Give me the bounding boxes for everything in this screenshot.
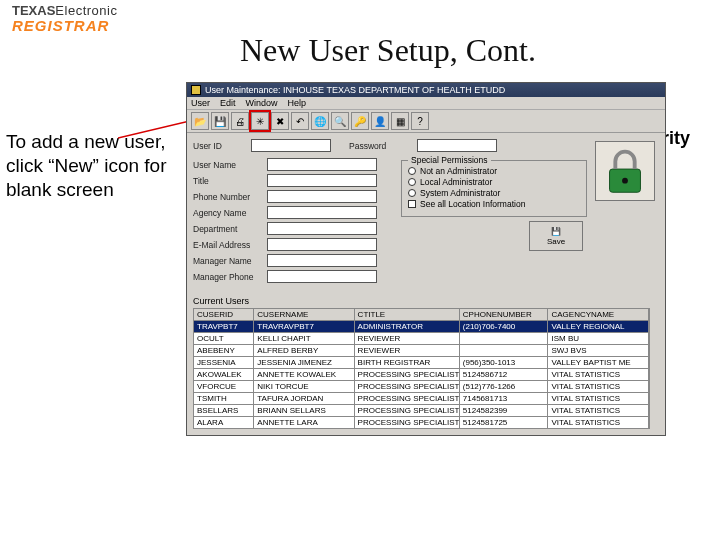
- table-row[interactable]: ABEBENYALFRED BERBYREVIEWERSWJ BVS: [194, 345, 649, 357]
- radio-not-admin[interactable]: [408, 167, 416, 175]
- table-row[interactable]: VFORCUENIKI TORCUEPROCESSING SPECIALIST(…: [194, 381, 649, 393]
- print-icon[interactable]: 🖨: [231, 112, 249, 130]
- table-cell: TRAVRAVPBT7: [254, 321, 354, 333]
- table-cell: [459, 333, 548, 345]
- label-userid: User ID: [193, 141, 233, 151]
- user-icon[interactable]: 👤: [371, 112, 389, 130]
- label-title: Title: [193, 176, 263, 186]
- table-cell: ANNETTE KOWALEK: [254, 369, 354, 381]
- table-cell: 5124581725: [459, 417, 548, 429]
- table-cell: REVIEWER: [354, 345, 459, 357]
- table-cell: VITAL STATISTICS: [548, 417, 649, 429]
- scrollbar[interactable]: [649, 308, 659, 429]
- input-mgrphone[interactable]: [267, 270, 377, 283]
- table-cell: REVIEWER: [354, 333, 459, 345]
- input-userid[interactable]: [251, 139, 331, 152]
- search-icon[interactable]: 🔍: [331, 112, 349, 130]
- table-cell: TAFURA JORDAN: [254, 393, 354, 405]
- table-row[interactable]: JESSENIAJESSENIA JIMENEZBIRTH REGISTRAR(…: [194, 357, 649, 369]
- input-email[interactable]: [267, 238, 377, 251]
- user-maintenance-window: User Maintenance: INHOUSE TEXAS DEPARTME…: [186, 82, 666, 436]
- grid-heading: Current Users: [193, 296, 659, 306]
- label-dept: Department: [193, 224, 263, 234]
- table-cell: 5124586712: [459, 369, 548, 381]
- permissions-group: Special Permissions Not an Administrator…: [401, 160, 587, 217]
- label-email: E-Mail Address: [193, 240, 263, 250]
- table-cell: VITAL STATISTICS: [548, 393, 649, 405]
- col-header[interactable]: CPHONENUMBER: [459, 309, 548, 321]
- table-cell: ALARA: [194, 417, 254, 429]
- logo-registrar: REGISTRAR: [12, 17, 109, 34]
- table-cell: NIKI TORCUE: [254, 381, 354, 393]
- table-row[interactable]: ALARAANNETTE LARAPROCESSING SPECIALIST51…: [194, 417, 649, 429]
- table-cell: [459, 345, 548, 357]
- table-row[interactable]: BSELLARSBRIANN SELLARSPROCESSING SPECIAL…: [194, 405, 649, 417]
- table-cell: VFORCUE: [194, 381, 254, 393]
- table-cell: 7145681713: [459, 393, 548, 405]
- table-row[interactable]: TSMITHTAFURA JORDANPROCESSING SPECIALIST…: [194, 393, 649, 405]
- delete-icon[interactable]: ✖: [271, 112, 289, 130]
- radio-system-admin[interactable]: [408, 189, 416, 197]
- input-password[interactable]: [417, 139, 497, 152]
- table-row[interactable]: OCULTKELLI CHAPITREVIEWERISM BU: [194, 333, 649, 345]
- col-header[interactable]: CTITLE: [354, 309, 459, 321]
- input-username[interactable]: [267, 158, 377, 171]
- input-dept[interactable]: [267, 222, 377, 235]
- table-cell: 5124582399: [459, 405, 548, 417]
- table-row[interactable]: AKOWALEKANNETTE KOWALEKPROCESSING SPECIA…: [194, 369, 649, 381]
- radio-local-admin[interactable]: [408, 178, 416, 186]
- table-cell: TSMITH: [194, 393, 254, 405]
- label-radio-1: Local Administrator: [420, 177, 492, 187]
- logo-texas: TEXAS: [12, 3, 55, 18]
- label-manager: Manager Name: [193, 256, 263, 266]
- label-agency: Agency Name: [193, 208, 263, 218]
- col-header[interactable]: CUSERNAME: [254, 309, 354, 321]
- form-area: User ID Password User Name Title Phone N…: [187, 133, 665, 292]
- save-icon[interactable]: 💾: [211, 112, 229, 130]
- globe-icon[interactable]: 🌐: [311, 112, 329, 130]
- table-cell: OCULT: [194, 333, 254, 345]
- label-check: See all Location Information: [420, 199, 525, 209]
- table-cell: JESSENIA JIMENEZ: [254, 357, 354, 369]
- new-icon[interactable]: ✳: [251, 112, 269, 130]
- instruction-text: To add a new user, click “New” icon for …: [6, 130, 186, 201]
- window-titlebar: User Maintenance: INHOUSE TEXAS DEPARTME…: [187, 83, 665, 97]
- col-header[interactable]: CAGENCYNAME: [548, 309, 649, 321]
- table-cell: PROCESSING SPECIALIST: [354, 381, 459, 393]
- input-phone[interactable]: [267, 190, 377, 203]
- save-button[interactable]: 💾 Save: [529, 221, 583, 251]
- label-username: User Name: [193, 160, 263, 170]
- check-see-all-locations[interactable]: [408, 200, 416, 208]
- table-cell: ANNETTE LARA: [254, 417, 354, 429]
- menu-edit[interactable]: Edit: [220, 98, 236, 108]
- menu-user[interactable]: User: [191, 98, 210, 108]
- app-icon: [191, 85, 201, 95]
- menu-help[interactable]: Help: [288, 98, 307, 108]
- input-agency[interactable]: [267, 206, 377, 219]
- key-icon[interactable]: 🔑: [351, 112, 369, 130]
- folder-open-icon[interactable]: 📂: [191, 112, 209, 130]
- help-icon[interactable]: ?: [411, 112, 429, 130]
- disk-icon: 💾: [551, 227, 561, 236]
- table-cell: ISM BU: [548, 333, 649, 345]
- window-title: User Maintenance: INHOUSE TEXAS DEPARTME…: [205, 85, 505, 95]
- table-row[interactable]: TRAVPBT7TRAVRAVPBT7ADMINISTRATOR(210)706…: [194, 321, 649, 333]
- lock-image: [595, 141, 655, 201]
- input-manager[interactable]: [267, 254, 377, 267]
- table-cell: VITAL STATISTICS: [548, 381, 649, 393]
- permissions-legend: Special Permissions: [408, 155, 491, 165]
- label-radio-0: Not an Administrator: [420, 166, 497, 176]
- grid-icon[interactable]: ▦: [391, 112, 409, 130]
- logo: TEXASElectronic REGISTRAR: [12, 4, 117, 35]
- input-title[interactable]: [267, 174, 377, 187]
- undo-icon[interactable]: ↶: [291, 112, 309, 130]
- table-cell: ADMINISTRATOR: [354, 321, 459, 333]
- menu-window[interactable]: Window: [246, 98, 278, 108]
- current-users-section: Current Users CUSERIDCUSERNAMECTITLECPHO…: [187, 292, 665, 435]
- menubar: User Edit Window Help: [187, 97, 665, 110]
- col-header[interactable]: CUSERID: [194, 309, 254, 321]
- users-table[interactable]: CUSERIDCUSERNAMECTITLECPHONENUMBERCAGENC…: [193, 308, 649, 429]
- slide-title: New User Setup, Cont.: [240, 32, 536, 69]
- table-cell: (210)706-7400: [459, 321, 548, 333]
- table-cell: ALFRED BERBY: [254, 345, 354, 357]
